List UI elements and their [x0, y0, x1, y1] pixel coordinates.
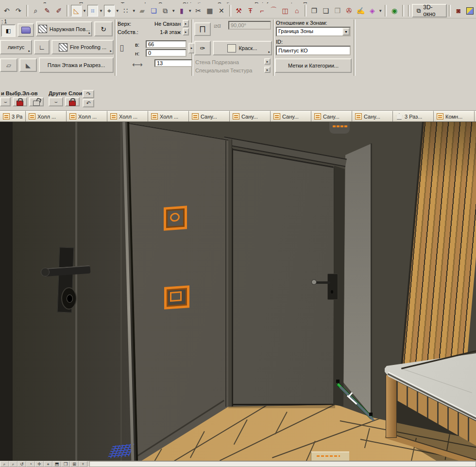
view-tab[interactable]: Сану...: [311, 111, 352, 121]
previous-zoom-icon[interactable]: ↺: [17, 461, 26, 467]
menu-bar[interactable]: руированиеДокументПараметрыTeamworkОкноO…: [0, 0, 476, 3]
roof-tool-icon[interactable]: ⌂: [291, 5, 302, 17]
id-field[interactable]: [276, 46, 351, 55]
horizontal-scrollbar[interactable]: [89, 461, 476, 467]
view-tab[interactable]: Сану...: [230, 111, 271, 121]
unlock-layer-button[interactable]: [29, 97, 44, 106]
wall-shape-straight-button[interactable]: ▱: [0, 58, 17, 72]
plintus-favorite-button[interactable]: линтус ▸: [0, 40, 32, 54]
kraska-button[interactable]: Краск... ▸: [213, 41, 272, 55]
view-tab[interactable]: Сану...: [271, 111, 311, 121]
view-tab[interactable]: Сану...: [189, 111, 230, 121]
selection-handle[interactable]: [336, 380, 340, 383]
view-tab[interactable]: 3 Ра...: [0, 111, 26, 121]
wall-socket[interactable]: [164, 206, 187, 230]
top-link-arrow-button[interactable]: ▸: [183, 20, 189, 27]
zoom-in-icon[interactable]: ⌕: [9, 461, 17, 467]
dropdown-arrow-icon[interactable]: ▼: [132, 5, 136, 17]
favorites-icon[interactable]: ▮: [176, 5, 187, 17]
cube-icon[interactable]: [465, 5, 476, 17]
3d-viewport[interactable]: [0, 121, 476, 461]
view-tab[interactable]: Холл ...: [107, 111, 148, 121]
zoom-out-icon[interactable]: ⌕: [0, 461, 9, 467]
3d-window-button[interactable]: ⧉3D-окно: [412, 4, 447, 17]
angle-field[interactable]: [228, 21, 271, 30]
view-tab[interactable]: Холл ...: [148, 111, 189, 121]
view-tab[interactable]: Сану...: [352, 111, 393, 121]
vent-marker[interactable]: [329, 122, 350, 134]
view-tab[interactable]: Холл ...: [26, 111, 67, 121]
reference-line-button[interactable]: ∟: [34, 40, 50, 54]
target-icon[interactable]: ◉: [389, 5, 400, 17]
marquee-tool-icon[interactable]: ◫: [280, 5, 290, 17]
bench-leg[interactable]: [386, 375, 397, 438]
solid-union-icon[interactable]: ❐: [309, 5, 320, 17]
orbit-icon[interactable]: ◔: [26, 461, 35, 467]
fit-in-window-icon[interactable]: ❒: [61, 461, 70, 467]
view-tab[interactable]: Холл ...: [67, 111, 107, 121]
dropdown-arrow-icon[interactable]: ▼: [378, 5, 383, 17]
width-field[interactable]: [154, 59, 192, 67]
pan-icon[interactable]: ✛: [35, 461, 44, 467]
outer-surface-button[interactable]: Наружная Пов... ▸: [36, 21, 92, 36]
hide-other-layers-button[interactable]: ⌣: [49, 97, 63, 106]
home-story-arrow-button[interactable]: ▸: [183, 28, 189, 35]
dropdown-arrow-icon[interactable]: ▼: [342, 28, 350, 35]
grid-snap-toggle[interactable]: ∷: [120, 5, 131, 17]
close-icon[interactable]: ✕: [216, 5, 227, 17]
wall-top-button[interactable]: ⨅: [194, 22, 211, 36]
check-model-icon[interactable]: ◈: [367, 5, 377, 17]
layers-redo-button[interactable]: ↷: [83, 90, 94, 98]
dropdown-arrow-icon[interactable]: ▼: [99, 5, 103, 17]
show-layer-button[interactable]: ⌣: [0, 97, 11, 106]
paint-brush-button[interactable]: ✑: [194, 41, 211, 55]
zone-relation-select[interactable]: Граница Зоны ▼: [276, 27, 351, 36]
grid-icon[interactable]: ⊞: [70, 461, 79, 467]
center-door-handle-plate[interactable]: [327, 274, 338, 300]
floor-plan-section-button[interactable]: План Этажа и Разрез...: [39, 57, 114, 73]
wall-trimmed-arrow-button[interactable]: ▸: [264, 58, 271, 65]
view-tab[interactable]: 3 Раз...: [393, 111, 434, 121]
look-to-icon[interactable]: ⬒: [52, 461, 61, 467]
selection-handle[interactable]: [369, 413, 373, 416]
dropdown-arrow-icon[interactable]: ▼: [82, 5, 87, 17]
tags-categories-button[interactable]: Метки и Категории...: [275, 58, 352, 73]
pin-icon[interactable]: ✇: [344, 5, 355, 17]
solid-intersect-icon[interactable]: ❒: [332, 5, 343, 17]
redo-icon[interactable]: ↷: [13, 5, 24, 17]
cursor-snap-toggle[interactable]: ⌖: [104, 5, 115, 17]
corner-tool-icon[interactable]: ⌐: [256, 5, 267, 17]
wall-switch[interactable]: [164, 285, 189, 310]
hammer-tool-icon[interactable]: ⚒: [234, 5, 244, 17]
view-tab[interactable]: Комн...: [434, 111, 475, 121]
dropdown-arrow-icon[interactable]: ▼: [171, 5, 176, 17]
base-field[interactable]: [146, 49, 187, 57]
solid-subtract-icon[interactable]: ❑: [321, 5, 331, 17]
arc-tool-icon[interactable]: ⌒: [268, 5, 279, 17]
explore-icon[interactable]: ⌖: [44, 461, 52, 467]
paint-bucket-button[interactable]: ◧: [1, 24, 16, 37]
flip-button[interactable]: ↻: [94, 21, 113, 36]
camera-icon[interactable]: ◙: [453, 5, 464, 17]
measure-icon[interactable]: ✂: [193, 5, 204, 17]
left-door-cylinder[interactable]: [61, 287, 77, 310]
virtual-trace-icon[interactable]: ❏: [149, 5, 159, 17]
trace-reference-icon[interactable]: ▰: [137, 5, 148, 17]
dropdown-arrow-icon[interactable]: ▼: [115, 5, 120, 17]
sprinkler-tool-icon[interactable]: Ŧ: [245, 5, 256, 17]
height-field[interactable]: [146, 40, 187, 48]
dropdown-arrow-icon[interactable]: ▼: [187, 5, 192, 17]
special-texture-arrow-button[interactable]: ▸: [264, 67, 271, 73]
pick-up-parameters-icon[interactable]: ✎: [42, 5, 53, 17]
add-view-icon[interactable]: +: [79, 461, 87, 467]
layers-icon[interactable]: ⧉: [160, 5, 170, 17]
inject-parameters-icon[interactable]: ✐: [53, 5, 64, 17]
layers-undo-button[interactable]: ↶: [83, 99, 94, 107]
snap-guides-toggle[interactable]: ⌗: [87, 5, 98, 17]
note-icon[interactable]: ✍: [356, 5, 366, 17]
schedule-icon[interactable]: ▦: [204, 5, 215, 17]
undo-icon[interactable]: ↶: [1, 5, 12, 17]
wall-shape-poly-button[interactable]: ◣: [19, 58, 37, 72]
lock-layer-button[interactable]: [13, 97, 27, 106]
guide-lines-toggle[interactable]: ◺: [71, 5, 82, 17]
